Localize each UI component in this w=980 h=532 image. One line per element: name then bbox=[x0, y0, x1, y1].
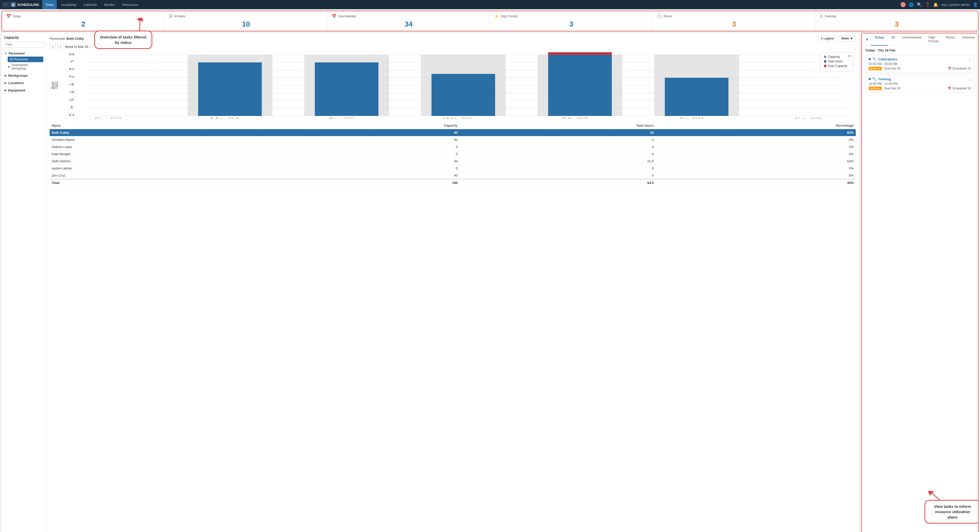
legend-close-button[interactable]: ✕ bbox=[848, 54, 851, 58]
over-capacity-legend-label: Over Capacity bbox=[828, 64, 847, 68]
cell-task-hours: 0 bbox=[460, 151, 656, 158]
svg-rect-25 bbox=[315, 62, 379, 116]
svg-text:7: 7 bbox=[69, 60, 75, 63]
summary-card-rerun[interactable]: 🕐 Rerun 3 bbox=[653, 11, 816, 31]
user-label: esp | system admin bbox=[941, 3, 970, 6]
cell-capacity: 0 bbox=[297, 151, 460, 158]
unscheduled-icon: 📅 bbox=[332, 14, 337, 19]
chart-wrapper: 0 1 2 3 4 5 6 7 8 Hours bbox=[50, 52, 856, 118]
svg-text:4: 4 bbox=[69, 83, 75, 86]
due-date-training: Due Feb 29 bbox=[884, 87, 900, 90]
sidebar-group-personnel: ▼ Personnel All Personnel ▶ Unassigned W… bbox=[4, 50, 43, 71]
rp-tab-high-priority[interactable]: High Priority bbox=[925, 33, 942, 46]
svg-text:Mo 04: Mo 04 bbox=[210, 118, 239, 118]
task-hours-legend-dot bbox=[824, 60, 826, 63]
nav-tab-monitor[interactable]: Monitor bbox=[101, 0, 118, 9]
summary-card-unscheduled[interactable]: 📅 Unscheduled 34 bbox=[328, 11, 490, 31]
rp-tab-all[interactable]: All bbox=[888, 33, 898, 46]
cell-capacity: 40 bbox=[297, 172, 460, 179]
nav-tab-tasks[interactable]: Tasks bbox=[42, 0, 57, 9]
table-row[interactable]: Christina Myers 40 0 0% bbox=[50, 136, 856, 143]
scheduled-badge-training: 📅 Scheduled 1h bbox=[948, 87, 971, 90]
legend-list-icon: ≡ bbox=[821, 37, 822, 40]
nav-tab-calendar[interactable]: Calendar bbox=[81, 0, 100, 9]
prev-week-button[interactable]: ‹ bbox=[50, 43, 56, 50]
locations-label: Locations bbox=[8, 81, 24, 85]
table-row[interactable]: Seth Holmes 40 21.5 54% bbox=[50, 158, 856, 165]
sidebar-group-header-workgroups[interactable]: ▶ Workgroups bbox=[4, 72, 43, 79]
user-icon[interactable]: 👤 bbox=[973, 2, 978, 7]
task-name-calibrations[interactable]: Calibrations bbox=[878, 57, 897, 61]
cell-task-hours: 0 bbox=[460, 172, 656, 179]
caret-right-icon-wg: ▶ bbox=[5, 74, 6, 77]
help-icon[interactable]: ❓ bbox=[925, 2, 930, 7]
task-menu-button-training[interactable]: ⋮ bbox=[968, 77, 972, 82]
cell-name: Christina Myers bbox=[50, 136, 297, 143]
legend-item-over-capacity: Over Capacity bbox=[824, 64, 850, 68]
personnel-prefix: Personnel: bbox=[50, 37, 65, 40]
next-week-button[interactable]: › bbox=[57, 43, 64, 50]
cell-capacity: 0 bbox=[297, 165, 460, 172]
svg-text:6: 6 bbox=[69, 68, 75, 70]
date-header: Today - Thu 29 Feb bbox=[865, 48, 974, 52]
sidebar-group-header-personnel[interactable]: ▼ Personnel bbox=[4, 50, 43, 57]
rerun-count: 3 bbox=[657, 20, 811, 28]
summary-card-high-priority[interactable]: ⚡ High Priority 3 bbox=[490, 11, 653, 31]
right-panel-body: Today - Thu 29 Feb 🔧 Calibrations 07:00 … bbox=[862, 46, 978, 532]
table-row[interactable]: Kate Morgan 0 0 0% bbox=[50, 151, 856, 158]
overdue-count: 3 bbox=[819, 20, 974, 28]
task-name-training[interactable]: Training bbox=[878, 77, 891, 81]
week-range-label: Week of Mar 03 - bbox=[65, 45, 90, 49]
rp-tab-overdue[interactable]: Overdue bbox=[958, 33, 978, 46]
rp-tab-today[interactable]: Today bbox=[871, 33, 888, 46]
filter-icon[interactable]: ▼ bbox=[863, 33, 871, 46]
sidebar-group-header-equipment[interactable]: ▶ Equipment bbox=[4, 87, 43, 94]
rp-tab-unscheduled[interactable]: Unscheduled bbox=[899, 33, 925, 46]
nav-tab-resources[interactable]: Resources bbox=[119, 0, 142, 9]
summary-card-overdue[interactable]: ⚠ Overdue 3 bbox=[816, 11, 978, 31]
sidebar-item-all-personnel[interactable]: All Personnel bbox=[8, 57, 43, 62]
svg-rect-30 bbox=[548, 52, 612, 55]
sidebar-group-locations: ▶ Locations bbox=[4, 80, 43, 86]
table-row[interactable]: system admin 0 0 0% bbox=[50, 165, 856, 172]
over-capacity-legend-dot bbox=[824, 65, 826, 67]
priority-badge-calibrations: Medium bbox=[869, 67, 882, 70]
task-menu-button-calibrations[interactable]: ⋮ bbox=[968, 57, 972, 62]
legend-button[interactable]: ≡ Legend bbox=[818, 35, 836, 41]
sidebar-item-unassigned-workgroup[interactable]: ▶ Unassigned Workgroup bbox=[6, 62, 43, 71]
bell-icon[interactable]: 🔔 bbox=[933, 2, 938, 7]
right-panel-tabs: ▼ Today All Unscheduled High Priority Re… bbox=[862, 33, 978, 46]
globe-icon[interactable]: 🌐 bbox=[909, 2, 914, 7]
svg-rect-26 bbox=[431, 74, 495, 116]
week-selector-button[interactable]: Week ▼ bbox=[838, 35, 856, 41]
today-icon: 📅 bbox=[6, 14, 11, 19]
nav-tab-availability[interactable]: Availability bbox=[58, 0, 80, 9]
caret-right-icon-loc: ▶ bbox=[5, 81, 6, 84]
cell-percentage: 0% bbox=[656, 151, 856, 158]
cell-capacity: 40 bbox=[297, 136, 460, 143]
table-row[interactable]: Zen Cruz 40 0 0% bbox=[50, 172, 856, 179]
table-row[interactable]: Gabriel Lopez 0 0 0% bbox=[50, 143, 856, 151]
task-meta-calibrations: Medium Due Feb 29 📅 Scheduled 1h bbox=[869, 67, 971, 70]
svg-text:3: 3 bbox=[69, 91, 75, 94]
scheduled-label-training: Scheduled 1h bbox=[953, 87, 971, 90]
sidebar-group-header-locations[interactable]: ▶ Locations bbox=[4, 80, 43, 86]
cell-capacity: 0 bbox=[297, 143, 460, 151]
legend-label: Legend bbox=[823, 37, 834, 40]
svg-text:2: 2 bbox=[69, 98, 75, 101]
task-type-icon-calibrations: 🔧 bbox=[872, 57, 877, 61]
unscheduled-count: 34 bbox=[332, 20, 486, 28]
cell-name: Zen Cruz bbox=[50, 172, 297, 179]
legend-item-capacity: Capacity bbox=[824, 55, 850, 59]
summary-card-all-tasks[interactable]: ☑ All tasks 10 bbox=[165, 11, 328, 31]
search-icon[interactable]: 🔍 bbox=[917, 2, 922, 7]
task-type-icon-training: 🔧 bbox=[872, 77, 877, 81]
cell-task-hours: 33 bbox=[460, 129, 656, 136]
brand-label: SCHEDULING bbox=[18, 3, 39, 6]
calendar-icon-calibrations: 📅 bbox=[948, 67, 951, 70]
back-button[interactable]: ← bbox=[2, 2, 10, 8]
sidebar-filter-input[interactable] bbox=[4, 41, 43, 48]
table-row[interactable]: Beth Colby 40 33 83% bbox=[50, 129, 856, 136]
chart-area: 0 1 2 3 4 5 6 7 8 Hours bbox=[50, 52, 856, 118]
rp-tab-rerun[interactable]: Rerun bbox=[942, 33, 958, 46]
